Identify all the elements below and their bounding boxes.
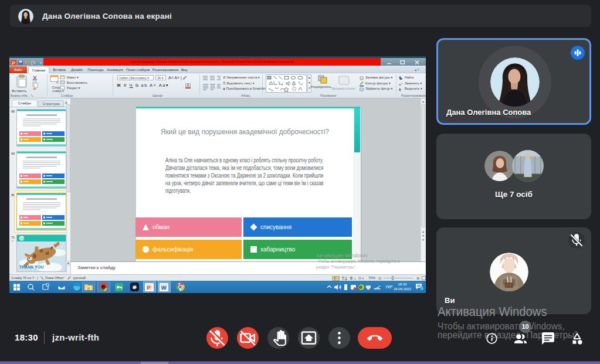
svg-text:P: P bbox=[147, 284, 151, 290]
svg-text:69: 69 bbox=[21, 237, 24, 240]
svg-text:W: W bbox=[161, 284, 167, 290]
svg-text:THANK YOU: THANK YOU bbox=[19, 265, 43, 269]
svg-text:P: P bbox=[12, 60, 15, 66]
svg-text:a: a bbox=[399, 83, 401, 86]
svg-text:1: 1 bbox=[421, 287, 423, 290]
